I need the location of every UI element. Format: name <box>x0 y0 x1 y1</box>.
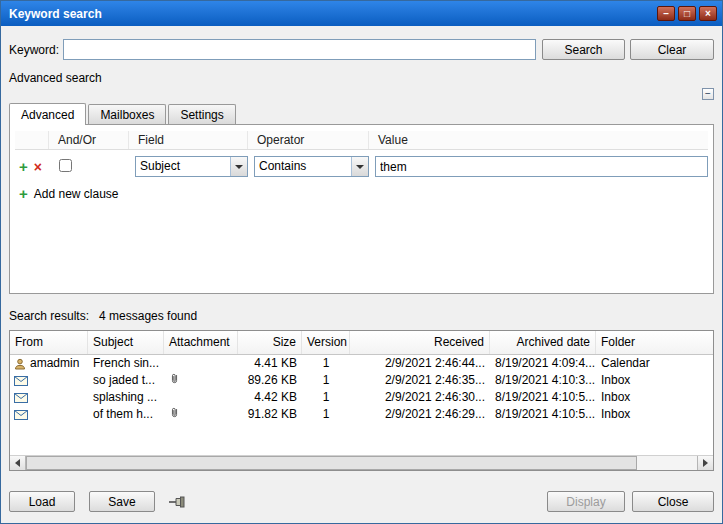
value-cell <box>375 156 708 177</box>
table-row[interactable]: so jaded t... 89.26 KB 1 2/9/2021 2:46:3… <box>10 372 713 389</box>
add-new-clause-label: Add new clause <box>34 187 119 201</box>
operator-select[interactable]: Contains <box>254 156 369 177</box>
minimize-button[interactable]: – <box>657 6 675 21</box>
subject-cell: splashing ... <box>88 389 164 406</box>
contact-icon <box>14 358 26 370</box>
folder-cell: Inbox <box>596 389 713 406</box>
horizontal-scrollbar[interactable] <box>10 455 713 470</box>
paperclip-icon <box>169 408 180 422</box>
archived-date-cell: 8/19/2021 4:10:5... <box>490 389 596 406</box>
scrollbar-track[interactable] <box>26 456 697 470</box>
size-cell: 89.26 KB <box>238 372 302 389</box>
received-cell: 2/9/2021 2:46:30... <box>350 389 490 406</box>
size-cell: 91.82 KB <box>238 406 302 423</box>
version-cell: 1 <box>302 389 350 406</box>
collapse-row: − <box>9 88 714 100</box>
version-cell: 1 <box>302 406 350 423</box>
collapse-toggle-icon[interactable]: − <box>702 88 714 100</box>
clause-actions: + × <box>15 159 49 174</box>
archived-date-cell: 8/19/2021 4:10:5... <box>490 406 596 423</box>
column-header-subject[interactable]: Subject <box>88 331 164 354</box>
table-row[interactable]: amadmin French sin... 4.41 KB 1 2/9/2021… <box>10 355 713 372</box>
results-summary-count: 4 messages found <box>99 309 197 323</box>
mail-icon <box>14 376 28 386</box>
maximize-button[interactable]: □ <box>678 6 696 21</box>
footer-bar: Load Save Display Close <box>9 491 714 512</box>
search-button[interactable]: Search <box>542 39 625 60</box>
results-table-header: From Subject Attachment Size Version Rec… <box>10 331 713 355</box>
scrollbar-thumb[interactable] <box>26 456 637 470</box>
column-header-from[interactable]: From <box>10 331 88 354</box>
received-cell: 2/9/2021 2:46:44... <box>350 355 490 372</box>
chevron-down-icon[interactable] <box>230 157 247 176</box>
add-clause-icon[interactable]: + <box>19 159 28 174</box>
column-header-size[interactable]: Size <box>238 331 302 354</box>
folder-cell: Calendar <box>596 355 713 372</box>
subject-cell: so jaded t... <box>88 372 164 389</box>
clause-header-field: Field <box>135 131 248 149</box>
titlebar[interactable]: Keyword search – □ × <box>1 1 722 26</box>
column-header-attachment[interactable]: Attachment <box>164 331 238 354</box>
save-button[interactable]: Save <box>89 491 155 512</box>
table-empty-area <box>10 423 713 455</box>
keyword-row: Keyword: Search Clear <box>9 39 714 60</box>
column-header-received[interactable]: Received <box>350 331 490 354</box>
column-header-archived-date[interactable]: Archived date <box>490 331 596 354</box>
keyword-input[interactable] <box>63 39 536 60</box>
column-header-version[interactable]: Version <box>302 331 350 354</box>
tab-advanced[interactable]: Advanced <box>9 103 86 125</box>
folder-cell: Inbox <box>596 406 713 423</box>
clause-header-spacer <box>15 131 49 149</box>
paperclip-icon <box>169 374 180 388</box>
scroll-left-icon[interactable] <box>10 456 26 470</box>
subject-cell: of them h... <box>88 406 164 423</box>
tab-settings[interactable]: Settings <box>168 104 235 125</box>
window-title: Keyword search <box>9 7 654 21</box>
subject-cell: French sin... <box>88 355 164 372</box>
scroll-right-icon[interactable] <box>697 456 713 470</box>
archived-date-cell: 8/19/2021 4:09:4... <box>490 355 596 372</box>
tab-mailboxes[interactable]: Mailboxes <box>88 104 166 125</box>
table-row[interactable]: splashing ... 4.42 KB 1 2/9/2021 2:46:30… <box>10 389 713 406</box>
clause-checkbox[interactable] <box>59 159 72 172</box>
results-table: From Subject Attachment Size Version Rec… <box>9 330 714 471</box>
results-summary: Search results: 4 messages found <box>9 309 714 323</box>
operator-select-value: Contains <box>255 157 351 176</box>
size-cell: 4.41 KB <box>238 355 302 372</box>
andor-cell <box>55 159 129 175</box>
remove-clause-icon[interactable]: × <box>34 160 42 174</box>
add-new-clause-link[interactable]: + Add new clause <box>15 186 708 201</box>
advanced-search-label: Advanced search <box>9 71 714 85</box>
plus-icon: + <box>19 186 28 201</box>
dialog-content: Keyword: Search Clear Advanced search − … <box>1 26 722 523</box>
load-button[interactable]: Load <box>9 491 75 512</box>
tab-strip: Advanced Mailboxes Settings <box>9 102 714 124</box>
size-cell: 4.42 KB <box>238 389 302 406</box>
chevron-down-icon[interactable] <box>351 157 368 176</box>
results-summary-label: Search results: <box>9 309 89 323</box>
clause-header-operator: Operator <box>254 131 369 149</box>
mail-icon <box>14 393 28 403</box>
advanced-tab-panel: And/Or Field Operator Value + × Subject <box>9 124 714 294</box>
clause-header: And/Or Field Operator Value <box>15 131 708 150</box>
received-cell: 2/9/2021 2:46:29... <box>350 406 490 423</box>
from-cell: amadmin <box>30 355 79 372</box>
version-cell: 1 <box>302 355 350 372</box>
pin-icon[interactable] <box>168 496 188 508</box>
close-icon[interactable]: × <box>699 6 717 21</box>
keyword-search-window: Keyword search – □ × Keyword: Search Cle… <box>0 0 723 524</box>
close-button[interactable]: Close <box>632 491 714 512</box>
keyword-label: Keyword: <box>9 43 63 57</box>
field-select[interactable]: Subject <box>135 156 248 177</box>
column-header-folder[interactable]: Folder <box>596 331 713 354</box>
table-row[interactable]: of them h... 91.82 KB 1 2/9/2021 2:46:29… <box>10 406 713 423</box>
value-input[interactable] <box>375 156 708 177</box>
version-cell: 1 <box>302 372 350 389</box>
field-select-value: Subject <box>136 157 230 176</box>
clause-row: + × Subject Contains <box>15 156 708 177</box>
clause-header-andor: And/Or <box>55 131 129 149</box>
clear-button[interactable]: Clear <box>630 39 714 60</box>
clause-header-value: Value <box>375 131 708 149</box>
folder-cell: Inbox <box>596 372 713 389</box>
display-button: Display <box>547 491 625 512</box>
